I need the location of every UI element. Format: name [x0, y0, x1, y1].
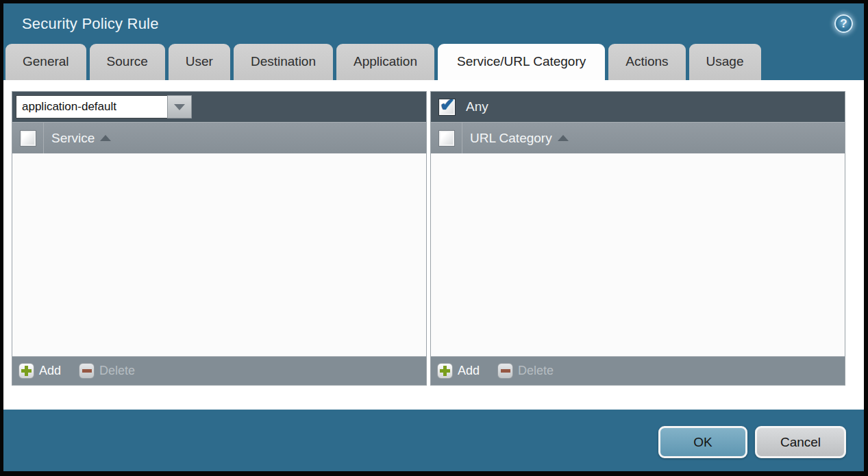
tab-usage[interactable]: Usage	[689, 44, 761, 80]
url-category-list-empty	[431, 153, 845, 356]
service-type-dropdown-value[interactable]	[16, 95, 167, 118]
add-button-label: Add	[458, 364, 480, 378]
service-add-button[interactable]: Add	[18, 363, 61, 379]
service-panel-toolbar	[12, 92, 426, 122]
tab-service-url-category[interactable]: Service/URL Category	[438, 44, 605, 80]
delete-button-label: Delete	[518, 364, 554, 378]
chevron-down-icon	[174, 104, 185, 110]
ok-button[interactable]: OK	[658, 426, 747, 458]
url-category-column-label: URL Category	[470, 131, 552, 146]
service-list-empty	[12, 153, 426, 356]
security-policy-rule-dialog: Security Policy Rule ? General Source Us…	[0, 0, 868, 476]
url-category-column-header[interactable]: URL Category	[470, 131, 569, 146]
url-category-add-button[interactable]: Add	[437, 363, 480, 379]
add-plus-icon	[18, 363, 34, 379]
tab-content-service-url-category: Service Add Delete	[3, 80, 864, 410]
url-category-panel-toolbar: Any	[431, 92, 845, 122]
tab-user[interactable]: User	[169, 44, 230, 80]
tab-destination[interactable]: Destination	[234, 44, 333, 80]
cancel-button[interactable]: Cancel	[755, 426, 846, 458]
url-category-any-row: Any	[434, 99, 488, 116]
url-category-delete-button[interactable]: Delete	[497, 363, 554, 379]
service-type-dropdown-button[interactable]	[167, 95, 192, 118]
tab-actions[interactable]: Actions	[608, 44, 685, 80]
dialog-title: Security Policy Rule	[22, 15, 834, 33]
help-icon[interactable]: ?	[834, 14, 853, 33]
add-plus-icon	[437, 363, 453, 379]
dialog-background: Security Policy Rule ? General Source Us…	[3, 3, 864, 471]
url-category-header-checkbox-cell	[431, 123, 462, 153]
any-checkbox-label: Any	[466, 99, 488, 114]
dialog-titlebar: Security Policy Rule ?	[3, 3, 864, 44]
dialog-footer: OK Cancel	[3, 410, 864, 471]
tab-source[interactable]: Source	[90, 44, 165, 80]
service-column-label: Service	[51, 131, 95, 146]
service-column-header[interactable]: Service	[51, 131, 111, 146]
url-category-panel-footer: Add Delete	[431, 356, 845, 385]
add-button-label: Add	[39, 364, 61, 378]
service-delete-button[interactable]: Delete	[79, 363, 135, 379]
service-type-dropdown[interactable]	[16, 95, 192, 118]
service-header-checkbox-cell	[12, 123, 44, 153]
service-select-all-checkbox[interactable]	[20, 130, 36, 147]
tab-bar: General Source User Destination Applicat…	[3, 44, 864, 80]
service-table-header: Service	[12, 122, 426, 153]
url-category-panel: Any URL Category Add	[430, 91, 845, 386]
service-panel: Service Add Delete	[12, 91, 427, 386]
url-category-table-header: URL Category	[431, 122, 845, 153]
tab-general[interactable]: General	[5, 44, 86, 80]
sort-ascending-icon	[100, 135, 111, 141]
tab-application[interactable]: Application	[336, 44, 434, 80]
delete-minus-icon	[497, 363, 513, 379]
delete-minus-icon	[79, 363, 95, 379]
service-panel-footer: Add Delete	[12, 356, 426, 385]
sort-ascending-icon	[558, 135, 569, 141]
delete-button-label: Delete	[99, 364, 135, 378]
url-category-select-all-checkbox[interactable]	[438, 130, 455, 147]
any-checkbox[interactable]	[438, 99, 456, 116]
